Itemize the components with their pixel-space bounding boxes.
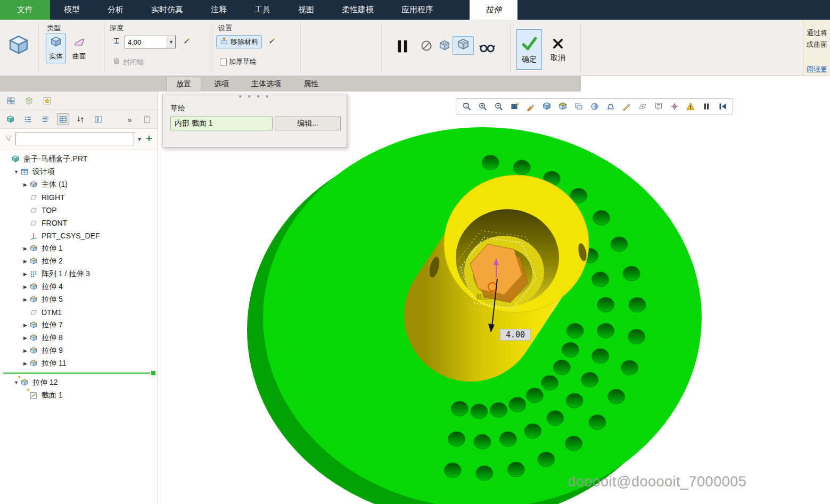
tree-item-pattern-1[interactable]: ▶阵列 1 / 拉伸 3 <box>0 268 158 280</box>
menu-tab-analysis[interactable]: 分析 <box>94 0 137 20</box>
menu-tab-tools[interactable]: 工具 <box>241 0 284 20</box>
surface-type-button[interactable]: 曲面 <box>69 34 89 63</box>
flip-depth-button[interactable] <box>179 35 195 48</box>
panel-drag-handle[interactable]: ● ● ● ● <box>163 94 347 98</box>
datum-display-icon[interactable] <box>635 100 650 113</box>
tree-item-extrude-4[interactable]: ▶拉伸 4 <box>0 280 158 293</box>
tree-item-extrude-9[interactable]: ▶拉伸 9 <box>0 344 158 357</box>
resume-icon[interactable] <box>715 100 729 113</box>
active-model-icon[interactable] <box>4 113 17 125</box>
menu-tab-annotate[interactable]: 注释 <box>197 0 241 20</box>
menu-tab-extrude[interactable]: 拉伸 <box>470 0 517 20</box>
flip-material-side-button[interactable] <box>264 35 280 48</box>
pause-icon[interactable] <box>699 100 713 113</box>
tree-item-plane-top[interactable]: TOP <box>0 204 158 217</box>
dashboard-tab-properties[interactable]: 属性 <box>294 77 328 91</box>
depth-dimension-label[interactable]: 4.00 <box>500 329 531 341</box>
cancel-button[interactable]: 取消 <box>545 29 571 70</box>
insertion-indicator[interactable] <box>3 371 155 375</box>
tree-item-section-1[interactable]: *截面 1 <box>0 389 158 402</box>
tree-item-body-1[interactable]: ▶主体 (1) <box>0 178 158 191</box>
tree-item-extrude-12[interactable]: ▼*拉伸 12 <box>0 376 158 389</box>
thicken-checkbox[interactable] <box>220 59 227 65</box>
box-zoom-icon[interactable] <box>459 100 474 113</box>
named-views-icon[interactable] <box>571 100 586 113</box>
depth-type-button[interactable] <box>109 35 125 48</box>
warning-icon[interactable] <box>683 100 697 113</box>
annotation-display-icon[interactable] <box>651 100 665 113</box>
sketch-collector-field[interactable]: 内部 截面 1 <box>170 117 273 130</box>
favorites-icon[interactable] <box>40 95 53 106</box>
zoom-out-icon[interactable] <box>491 100 506 113</box>
unattach-preview-button[interactable] <box>434 38 455 55</box>
depth-dropdown-arrow[interactable]: ▼ <box>167 36 175 48</box>
thicken-sketch-toggle[interactable]: 加厚草绘 <box>216 55 260 68</box>
no-preview-button[interactable] <box>416 38 437 55</box>
3d-scene[interactable]: 截面1 <box>159 92 830 504</box>
read-more-link[interactable]: 阅读更 <box>807 63 830 75</box>
expander-icon[interactable]: ▶ <box>21 335 29 341</box>
remove-material-button[interactable]: 移除材料 <box>216 35 262 48</box>
edit-sketch-button[interactable]: 编辑... <box>275 117 341 130</box>
dashboard-tab-placement[interactable]: 放置 <box>166 77 201 91</box>
more-chevron[interactable]: » <box>124 113 136 125</box>
refit-icon[interactable] <box>507 100 522 113</box>
columns-icon[interactable] <box>92 113 104 125</box>
tree-item-extrude-5[interactable]: ▶拉伸 5 <box>0 293 158 306</box>
grid-view-icon[interactable] <box>57 113 69 125</box>
expander-icon[interactable]: ▼ <box>12 169 20 175</box>
list-view-icon[interactable] <box>22 113 34 125</box>
detail-view-icon[interactable] <box>39 113 52 125</box>
spin-center-icon[interactable] <box>667 100 681 113</box>
tree-item-extrude-11[interactable]: ▶拉伸 11 <box>0 357 158 370</box>
navigator-tabs-icon[interactable] <box>4 95 17 106</box>
expander-icon[interactable]: ▶ <box>21 259 29 264</box>
tree-search-input[interactable] <box>15 133 134 145</box>
tree-item-extrude-2[interactable]: ▶拉伸 2 <box>0 255 158 268</box>
expander-icon[interactable]: ▶ <box>21 297 29 302</box>
expander-icon[interactable]: ▶ <box>21 348 29 353</box>
menu-tab-model[interactable]: 模型 <box>50 0 94 20</box>
layer-tree-icon[interactable] <box>22 95 35 106</box>
menu-tab-view[interactable]: 视图 <box>284 0 328 20</box>
add-filter-icon[interactable] <box>145 134 153 144</box>
sketch-display-icon[interactable] <box>619 100 634 113</box>
tree-item-plane-front[interactable]: FRONT <box>0 217 158 229</box>
tree-item-part-root[interactable]: 盖子-马桶盒子.PRT <box>0 153 158 166</box>
notebook-icon[interactable] <box>141 113 153 125</box>
depth-value-combo[interactable]: ▼ <box>125 36 176 48</box>
depth-value-input[interactable] <box>125 38 167 46</box>
repaint-icon[interactable] <box>523 100 538 113</box>
dashboard-tab-body-options[interactable]: 主体选项 <box>242 77 291 91</box>
search-dropdown-icon[interactable]: ▼ <box>137 136 142 142</box>
sort-icon[interactable] <box>75 113 87 125</box>
tree-item-plane-right[interactable]: RIGHT <box>0 191 158 204</box>
tree-item-extrude-1[interactable]: ▶拉伸 1 <box>0 242 158 255</box>
tree-item-csys-default[interactable]: PRT_CSYS_DEF <box>0 229 158 242</box>
tree-item-datum-dtm1[interactable]: DTM1 <box>0 306 158 319</box>
zoom-in-icon[interactable] <box>475 100 490 113</box>
ok-button[interactable]: 确定 <box>516 29 542 70</box>
expander-icon[interactable]: ▶ <box>21 271 29 277</box>
verify-glasses-button[interactable] <box>475 37 499 59</box>
perspective-icon[interactable] <box>603 100 618 113</box>
section-icon[interactable] <box>555 100 570 113</box>
menu-tab-applications[interactable]: 应用程序 <box>388 0 447 20</box>
attached-preview-button[interactable] <box>453 36 474 55</box>
expander-icon[interactable]: ▶ <box>21 182 29 187</box>
menu-tab-live-simulation[interactable]: 实时仿真 <box>137 0 197 20</box>
display-style-icon[interactable] <box>539 100 554 113</box>
tree-item-design-items[interactable]: ▼设计项 <box>0 166 158 178</box>
solid-type-button[interactable]: 实体 <box>46 34 66 63</box>
dashboard-tab-options[interactable]: 选项 <box>204 77 239 91</box>
appearance-icon[interactable] <box>587 100 602 113</box>
expander-icon[interactable]: ▶ <box>21 284 29 290</box>
expander-icon[interactable]: ▶ <box>21 323 29 328</box>
expander-icon[interactable]: ▶ <box>21 246 29 251</box>
menu-tab-file[interactable]: 文件 <box>0 0 50 20</box>
graphics-viewport[interactable]: 截面1 4.00 dooooit@dooooit_7000005 <box>159 92 830 504</box>
expander-icon[interactable]: ▶ <box>21 361 29 366</box>
tree-item-extrude-8[interactable]: ▶拉伸 8 <box>0 332 158 344</box>
tree-item-extrude-7[interactable]: ▶拉伸 7 <box>0 319 158 332</box>
menu-tab-flexible-modeling[interactable]: 柔性建模 <box>328 0 388 20</box>
